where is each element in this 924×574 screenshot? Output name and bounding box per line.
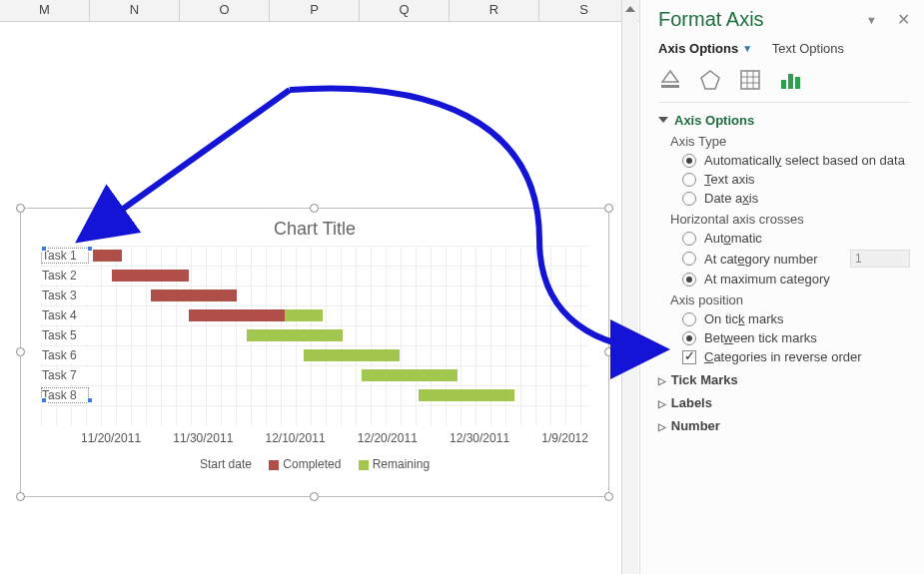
close-icon[interactable]: ✕ [897, 10, 910, 29]
pane-title: Format Axis [658, 8, 764, 31]
col-header[interactable]: N [90, 0, 180, 21]
legend-swatch-remaining-icon [359, 460, 369, 470]
checkbox-reverse-order[interactable] [682, 350, 696, 364]
legend-remaining: Remaining [373, 457, 430, 471]
col-header[interactable]: P [270, 0, 360, 21]
chart-title[interactable]: Chart Title [21, 209, 608, 246]
x-tick: 12/10/2011 [266, 431, 326, 445]
svg-marker-1 [701, 71, 719, 89]
chart-object[interactable]: Chart Title Task 1 Task 2 Task 3 Task 4 … [20, 208, 609, 497]
y-axis-label[interactable]: Task 8 [41, 387, 89, 403]
radio-label: At category number [704, 252, 817, 267]
legend-start: Start date [200, 457, 252, 471]
radio-date-axis[interactable] [682, 192, 696, 206]
tab-text-options[interactable]: Text Options [772, 41, 844, 56]
label-axis-type: Axis Type [670, 134, 910, 149]
bar-remaining[interactable] [419, 389, 514, 401]
section-tick-marks[interactable]: Tick Marks [658, 372, 910, 387]
y-axis-label[interactable]: Task 7 [41, 367, 89, 383]
axis-selection-marker [41, 246, 47, 252]
axis-selection-marker [41, 397, 47, 403]
resize-handle[interactable] [310, 492, 319, 501]
column-headers: M N O P Q R S [0, 0, 639, 22]
at-category-number-input[interactable] [850, 250, 910, 268]
radio-label: Date axis [704, 191, 758, 206]
bar-remaining[interactable] [247, 329, 343, 341]
label-axis-position: Axis position [670, 292, 910, 307]
label-axis-crosses: Horizontal axis crosses [670, 212, 910, 227]
effects-icon[interactable] [698, 68, 722, 92]
axis-selection-marker [87, 397, 93, 403]
format-axis-pane: Format Axis ▼ ✕ Axis Options▼ Text Optio… [639, 0, 924, 574]
section-number[interactable]: Number [658, 418, 910, 433]
chevron-down-icon: ▼ [742, 43, 752, 54]
y-axis-label[interactable]: Task 6 [41, 347, 89, 363]
x-tick: 11/20/2011 [81, 431, 141, 445]
resize-handle[interactable] [310, 204, 319, 213]
chart-plot-area[interactable]: Task 1 Task 2 Task 3 Task 4 Task 5 Task … [41, 246, 588, 425]
col-header[interactable]: Q [360, 0, 450, 21]
radio-label: Between tick marks [704, 330, 817, 345]
radio-crosses-auto[interactable] [682, 232, 696, 246]
y-axis-label[interactable]: Task 5 [41, 327, 89, 343]
resize-handle[interactable] [604, 492, 613, 501]
legend-completed: Completed [283, 457, 341, 471]
section-axis-options[interactable]: Axis Options [658, 113, 910, 128]
radio-label: Text axis [704, 172, 755, 187]
bar-remaining[interactable] [285, 309, 323, 321]
axis-options-icon[interactable] [778, 68, 802, 92]
resize-handle[interactable] [16, 204, 25, 213]
tab-axis-options[interactable]: Axis Options▼ [658, 41, 752, 56]
svg-rect-2 [741, 71, 759, 89]
chart-legend[interactable]: Start date Completed Remaining [21, 457, 608, 471]
scroll-up-icon[interactable] [625, 6, 635, 12]
col-header[interactable]: O [180, 0, 270, 21]
section-labels[interactable]: Labels [658, 395, 910, 410]
bar-remaining[interactable] [362, 369, 458, 381]
bar-completed[interactable] [93, 250, 122, 262]
resize-handle[interactable] [16, 347, 25, 356]
svg-rect-8 [788, 74, 793, 89]
x-tick: 12/30/2011 [450, 431, 509, 445]
radio-auto-type[interactable] [682, 154, 696, 168]
svg-rect-7 [781, 80, 786, 89]
y-axis-label[interactable]: Task 4 [41, 307, 89, 323]
y-axis-label[interactable]: Task 2 [41, 268, 89, 284]
x-tick: 1/9/2012 [541, 431, 588, 445]
svg-rect-9 [795, 77, 800, 89]
size-properties-icon[interactable] [738, 68, 762, 92]
fill-line-icon[interactable] [658, 68, 682, 92]
resize-handle[interactable] [16, 492, 25, 501]
radio-on-tick-marks[interactable] [682, 312, 696, 326]
radio-crosses-at-max[interactable] [682, 273, 696, 287]
resize-handle[interactable] [604, 347, 613, 356]
x-axis-labels[interactable]: 11/20/2011 11/30/2011 12/10/2011 12/20/2… [81, 431, 588, 445]
checkbox-label: Categories in reverse order [704, 349, 862, 364]
y-axis-label[interactable]: Task 1 [41, 248, 89, 264]
legend-swatch-completed-icon [269, 460, 279, 470]
bar-completed[interactable] [151, 289, 237, 301]
bar-remaining[interactable] [304, 349, 400, 361]
y-axis-label[interactable]: Task 3 [41, 287, 89, 303]
col-header[interactable]: R [450, 0, 539, 21]
vertical-scrollbar[interactable] [621, 0, 638, 574]
radio-label: Automatically select based on data [704, 153, 905, 168]
x-tick: 12/20/2011 [358, 431, 418, 445]
radio-label: On tick marks [704, 311, 783, 326]
col-header[interactable]: S [539, 0, 629, 21]
radio-text-axis[interactable] [682, 173, 696, 187]
resize-handle[interactable] [604, 204, 613, 213]
svg-rect-0 [661, 85, 679, 88]
radio-label: Automatic [704, 231, 762, 246]
radio-crosses-at-category[interactable] [682, 252, 696, 266]
radio-label: At maximum category [704, 272, 830, 287]
x-tick: 11/30/2011 [173, 431, 233, 445]
bar-completed[interactable] [189, 309, 285, 321]
bar-completed[interactable] [112, 270, 189, 282]
pane-menu-icon[interactable]: ▼ [866, 14, 877, 26]
radio-between-tick-marks[interactable] [682, 331, 696, 345]
col-header[interactable]: M [0, 0, 90, 21]
